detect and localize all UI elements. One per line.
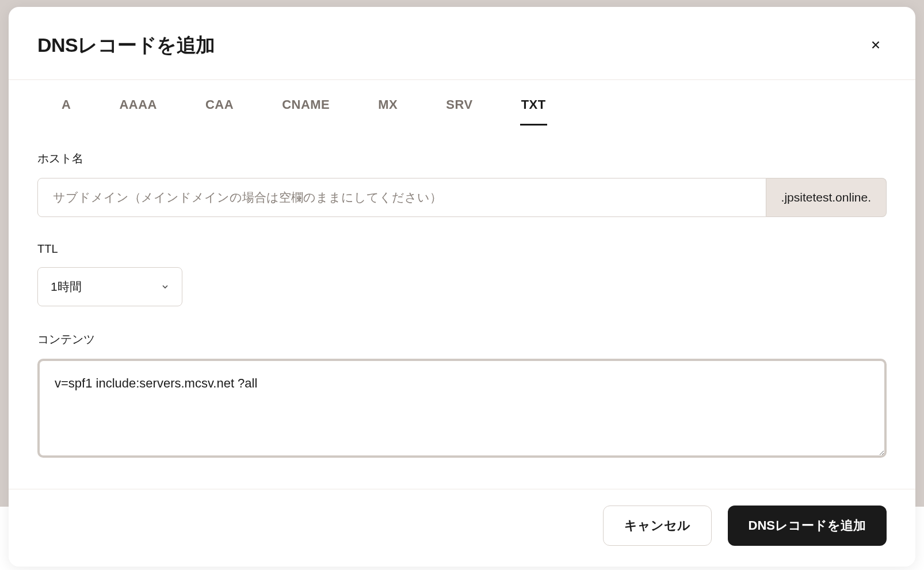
content-textarea[interactable] [37,359,887,458]
modal-footer: キャンセル DNSレコードを追加 [9,489,915,567]
tab-cname[interactable]: CNAME [281,97,331,126]
content-field-group: コンテンツ [37,332,887,460]
tab-srv[interactable]: SRV [445,97,474,126]
close-button[interactable] [865,34,887,58]
modal-header: DNSレコードを追加 [9,7,915,80]
ttl-select-wrap: 1時間 [37,267,182,306]
cancel-button[interactable]: キャンセル [603,506,712,546]
content-label: コンテンツ [37,332,887,347]
record-type-tabs: A AAAA CAA CNAME MX SRV TXT [37,80,887,126]
hostname-field-group: ホスト名 .jpsitetest.online. [37,151,887,217]
tab-mx[interactable]: MX [377,97,399,126]
close-icon [869,39,882,53]
ttl-label: TTL [37,242,887,256]
hostname-label: ホスト名 [37,151,887,166]
hostname-input-row: .jpsitetest.online. [37,178,887,217]
tab-caa[interactable]: CAA [204,97,235,126]
domain-suffix: .jpsitetest.online. [766,178,887,217]
ttl-field-group: TTL 1時間 [37,242,887,306]
tab-a[interactable]: A [60,97,72,126]
modal-title: DNSレコードを追加 [37,32,215,59]
submit-button[interactable]: DNSレコードを追加 [728,506,887,546]
tab-txt[interactable]: TXT [520,97,547,126]
modal-body: A AAAA CAA CNAME MX SRV TXT ホスト名 .jpsite… [9,80,915,489]
tab-aaaa[interactable]: AAAA [118,97,158,126]
hostname-input[interactable] [37,178,766,217]
add-dns-record-modal: DNSレコードを追加 A AAAA CAA CNAME MX SRV TXT ホ… [9,7,915,567]
ttl-select[interactable]: 1時間 [37,267,182,306]
